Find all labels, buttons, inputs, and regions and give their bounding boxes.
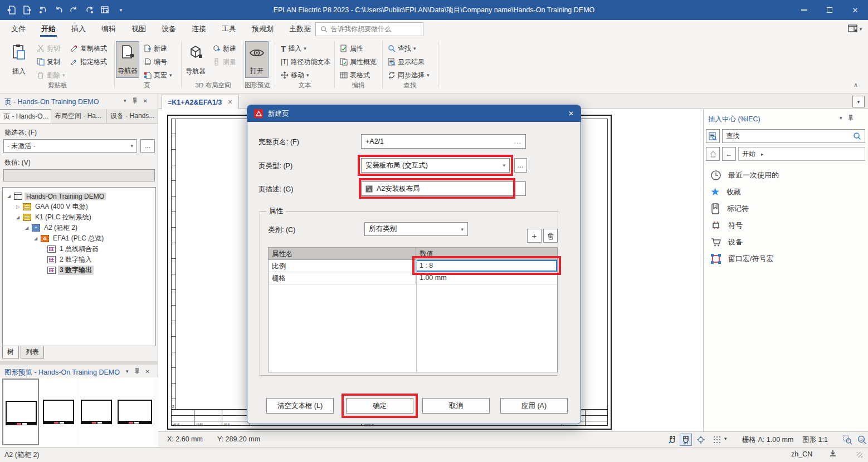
customize-qat-chevron-icon[interactable]: ▾ [115, 3, 127, 17]
snap-on-button[interactable] [680, 434, 692, 446]
tree-item-gaa[interactable]: ▷ GAA (400 V 电源) [3, 201, 155, 212]
page-type-combobox[interactable]: 安装板布局 (交互式) ▾ [361, 158, 510, 173]
panel-menu-chevron-icon[interactable]: ▾ [124, 98, 126, 104]
property-value-cell[interactable]: 1.00 mm [416, 272, 557, 284]
dialog-close-icon[interactable]: ✕ [568, 110, 574, 117]
page-navigator-button[interactable]: 导航器 [116, 41, 139, 78]
col-header-value[interactable]: 数值 [416, 248, 557, 259]
tree-item-a2[interactable]: ◢ + A2 (箱柜 2) [3, 223, 155, 233]
find-button[interactable]: 查找▾ [388, 42, 416, 55]
zoom-100-button[interactable]: 100 [856, 434, 868, 446]
space3d-new-button[interactable]: 新建 [213, 42, 236, 55]
value-input[interactable] [3, 169, 155, 181]
tab-pages[interactable]: 页 - Hands-O... [0, 109, 51, 123]
pin-icon[interactable] [132, 97, 138, 104]
table-row-grid[interactable]: 栅格 1.00 mm [269, 272, 557, 284]
clear-textbox-button[interactable]: 清空文本框 (L) [266, 398, 334, 414]
text-insert-button[interactable]: T插入▾ [281, 42, 306, 55]
insert-item-favorites[interactable]: ★ 收藏 [707, 184, 865, 200]
filter-combobox[interactable]: - 未激活 - ▾ [3, 139, 137, 153]
close-page-icon[interactable] [21, 3, 33, 17]
col-header-property-name[interactable]: 属性名 [269, 248, 416, 259]
page-type-browse-button[interactable]: ... [514, 158, 527, 173]
expander-icon[interactable]: ◢ [24, 225, 30, 230]
minimize-button[interactable] [791, 0, 817, 20]
insert-item-markers[interactable]: 标记符 [707, 200, 865, 217]
snap-off-button[interactable] [666, 434, 679, 446]
page-thumbnail[interactable] [79, 379, 115, 445]
table-format-button[interactable]: 表格式 [340, 69, 370, 81]
breadcrumb-item[interactable]: 开始 [742, 149, 755, 159]
tab-layout-space[interactable]: 布局空间 - Ha... [51, 109, 107, 123]
tree-item-k1[interactable]: ◢ K1 (PLC 控制系统) [3, 212, 155, 223]
full-page-name-more-icon[interactable]: ... [514, 137, 521, 145]
view-tab-list[interactable]: 列表 [21, 346, 44, 358]
redo-list-icon[interactable] [84, 3, 96, 17]
home-button[interactable] [706, 147, 720, 161]
ribbon-tab-masterdata[interactable]: 主数据 [281, 20, 319, 38]
cut-button[interactable]: 剪切 [37, 42, 60, 55]
page-thumbnail-selected[interactable] [2, 379, 39, 445]
delete-property-button[interactable] [543, 229, 558, 243]
ribbon-tab-view[interactable]: 视图 [124, 20, 154, 38]
page-thumbnail[interactable] [116, 379, 153, 445]
panel-close-icon[interactable]: ✕ [143, 98, 148, 104]
ribbon-tab-connections[interactable]: 连接 [184, 20, 214, 38]
redo-icon[interactable] [68, 3, 80, 17]
ribbon-tab-devices[interactable]: 设备 [154, 20, 184, 38]
insert-item-symbols[interactable]: 符号 [707, 217, 865, 234]
tab-list-dropdown-button[interactable]: ▾ [852, 96, 865, 107]
paste-button[interactable]: 插入 [7, 41, 31, 78]
page-new-button[interactable]: 新建 [144, 42, 167, 55]
object-snap-button[interactable] [695, 434, 707, 446]
page-number-button[interactable]: 123编号 [144, 56, 167, 68]
zoom-selection-button[interactable] [841, 434, 854, 446]
show-results-button[interactable]: 显示结果 [388, 56, 425, 68]
insert-item-recent[interactable]: 最近一次使用的 [707, 167, 865, 184]
close-project-icon[interactable] [99, 3, 111, 17]
expander-icon[interactable]: ▷ [15, 204, 21, 209]
workspace-layout-button[interactable]: ▾ [848, 22, 862, 36]
download-button[interactable] [828, 449, 837, 458]
cancel-button[interactable]: 取消 [422, 398, 490, 414]
tell-me-search[interactable]: 告诉我你想要做什么 [315, 22, 423, 36]
show-search-results-button[interactable] [706, 129, 720, 143]
insert-center-search-input[interactable]: 查找 [722, 129, 865, 143]
document-tab[interactable]: =K1+A2&EFA1/3 ✕ [162, 95, 239, 109]
ribbon-tab-home[interactable]: 开始 [33, 20, 64, 38]
space3d-navigator-button[interactable]: 导航器 [184, 41, 207, 78]
ribbon-tab-edit[interactable]: 编辑 [94, 20, 124, 38]
ok-button[interactable]: 确定 [346, 398, 413, 414]
properties-button[interactable]: 属性 [340, 42, 363, 55]
view-tab-tree[interactable]: 树 [2, 346, 19, 358]
property-name-cell[interactable]: 比例 [269, 260, 416, 272]
ribbon-tab-insert[interactable]: 插入 [64, 20, 94, 38]
grid-chevron-icon[interactable]: ▾ [724, 436, 727, 441]
property-name-cell[interactable]: 栅格 [269, 272, 416, 284]
tree-item-page1[interactable]: 1 总线耦合器 [3, 244, 155, 254]
scale-value-cell-editing[interactable]: 1 : 8 [416, 260, 557, 272]
pin-icon[interactable] [134, 368, 140, 375]
text-move-button[interactable]: 移动▾ [281, 69, 309, 81]
copy-format-button[interactable]: 复制格式 [70, 42, 107, 55]
expander-icon[interactable]: ◢ [33, 236, 38, 241]
measure-button[interactable]: 测量 [213, 56, 236, 68]
pin-icon[interactable] [848, 115, 854, 121]
tree-item-project[interactable]: ◢ Hands-On Training DEMO [3, 191, 155, 201]
assign-format-button[interactable]: 指定格式 [70, 56, 107, 68]
grid-toggle-button[interactable] [711, 434, 723, 446]
page-thumbnail[interactable] [41, 379, 77, 445]
breadcrumb[interactable]: 开始 ▸ [738, 147, 865, 161]
dialog-titlebar[interactable]: 新建页 ✕ [247, 105, 581, 122]
tab-devices[interactable]: 设备 - Hands... [107, 109, 158, 123]
close-button[interactable]: ✕ [842, 0, 868, 20]
ribbon-tab-preplanning[interactable]: 预规划 [244, 20, 281, 38]
expander-icon[interactable]: ◢ [15, 215, 21, 220]
path-text-button[interactable]: |T|路径功能文本 [281, 56, 331, 68]
tree-item-page2[interactable]: 2 数字输入 [3, 254, 155, 265]
table-row-scale[interactable]: 比例 1 : 8 [269, 260, 557, 272]
ribbon-tab-tools[interactable]: 工具 [214, 20, 244, 38]
prop-overview-button[interactable]: 属性概览 [340, 56, 377, 68]
copy-button[interactable]: 复制 [37, 56, 60, 68]
ribbon-tab-file[interactable]: 文件 [3, 20, 33, 38]
